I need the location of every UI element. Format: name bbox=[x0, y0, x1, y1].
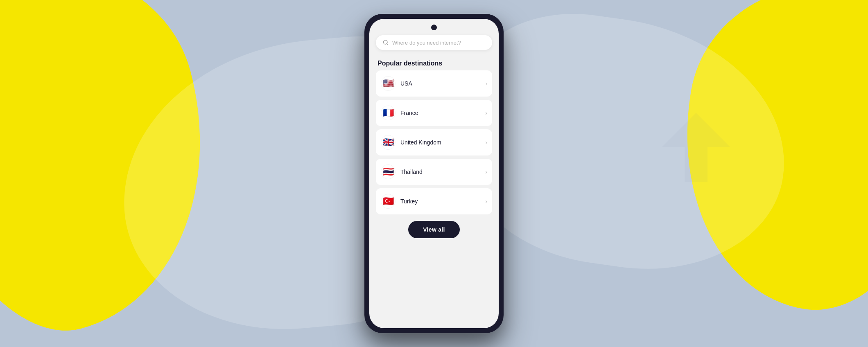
view-all-button[interactable]: View all bbox=[408, 221, 460, 238]
country-name-uk: United Kingdom bbox=[400, 139, 485, 146]
phone-body: Where do you need internet? Popular dest… bbox=[364, 14, 504, 333]
destination-list: 🇺🇸 USA › 🇫🇷 France › 🇬🇧 United Kingdom bbox=[376, 70, 492, 218]
destination-item-france[interactable]: 🇫🇷 France › bbox=[376, 100, 492, 126]
search-icon bbox=[382, 39, 389, 46]
phone-mockup: Where do you need internet? Popular dest… bbox=[364, 14, 504, 333]
flag-france: 🇫🇷 bbox=[381, 106, 396, 120]
country-name-usa: USA bbox=[400, 80, 485, 87]
flag-usa: 🇺🇸 bbox=[381, 76, 396, 91]
search-placeholder-text: Where do you need internet? bbox=[392, 40, 486, 46]
screen-content: Where do you need internet? Popular dest… bbox=[369, 19, 499, 328]
search-bar[interactable]: Where do you need internet? bbox=[376, 35, 492, 50]
destination-item-turkey[interactable]: 🇹🇷 Turkey › bbox=[376, 188, 492, 214]
flag-thailand: 🇹🇭 bbox=[381, 164, 396, 179]
chevron-usa: › bbox=[485, 80, 487, 87]
chevron-france: › bbox=[485, 110, 487, 116]
destination-item-thailand[interactable]: 🇹🇭 Thailand › bbox=[376, 159, 492, 185]
destination-item-uk[interactable]: 🇬🇧 United Kingdom › bbox=[376, 129, 492, 155]
arrow-right-icon bbox=[639, 90, 753, 205]
destination-item-usa[interactable]: 🇺🇸 USA › bbox=[376, 70, 492, 97]
chevron-turkey: › bbox=[485, 198, 487, 205]
svg-line-1 bbox=[387, 44, 388, 45]
flag-uk: 🇬🇧 bbox=[381, 135, 396, 150]
country-name-turkey: Turkey bbox=[400, 198, 485, 205]
country-name-france: France bbox=[400, 110, 485, 116]
section-title: Popular destinations bbox=[376, 60, 492, 67]
country-name-thailand: Thailand bbox=[400, 169, 485, 175]
chevron-thailand: › bbox=[485, 169, 487, 175]
phone-screen: Where do you need internet? Popular dest… bbox=[369, 19, 499, 328]
chevron-uk: › bbox=[485, 139, 487, 146]
camera-hole bbox=[431, 25, 437, 30]
flag-turkey: 🇹🇷 bbox=[381, 194, 396, 209]
